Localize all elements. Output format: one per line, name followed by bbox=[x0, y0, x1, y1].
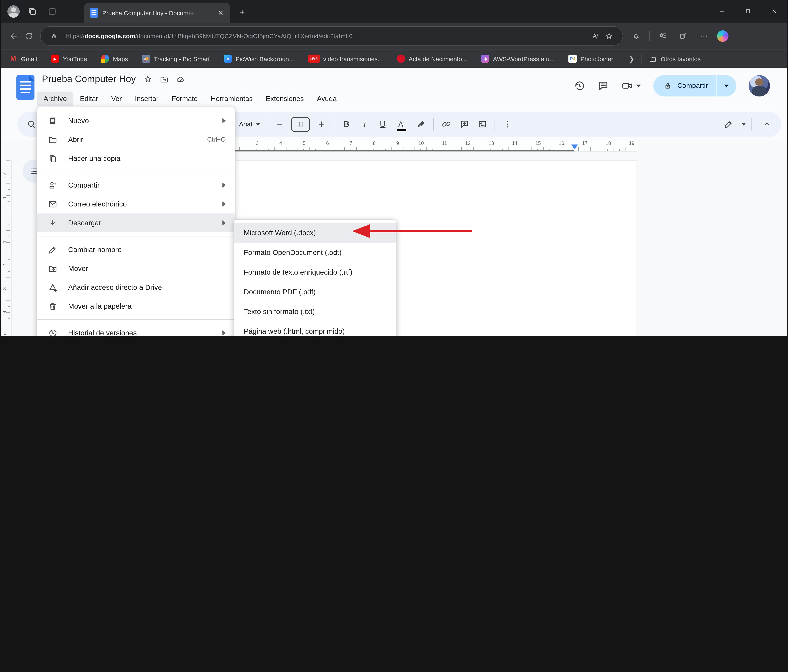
menu-item-label: Historial de versiones bbox=[68, 329, 217, 336]
menu-item-label: Abrir bbox=[68, 135, 199, 144]
insert-link-icon[interactable] bbox=[437, 115, 455, 133]
share-button[interactable]: Compartir bbox=[654, 75, 736, 97]
indent-marker[interactable] bbox=[571, 145, 578, 149]
bookmark-truck[interactable]: 🚚Tracking - Big Smart bbox=[142, 55, 210, 63]
highlight-color-icon[interactable] bbox=[412, 115, 431, 133]
share-label: Compartir bbox=[677, 82, 708, 90]
menubar-ayuda[interactable]: Ayuda bbox=[310, 92, 343, 106]
submenu-item-formato-opendocument-odt[interactable]: Formato OpenDocument (.odt) bbox=[234, 243, 396, 262]
menu-item-historial-de-versiones[interactable]: Historial de versiones bbox=[37, 324, 235, 336]
menu-item-correo-electronico[interactable]: Correo electrónico bbox=[37, 195, 235, 213]
submenu-item-pagina-web-html-comprimido[interactable]: Página web (.html, comprimido) bbox=[234, 321, 396, 336]
chevron-down-icon bbox=[256, 123, 261, 126]
menu-separator bbox=[37, 319, 235, 320]
menubar-ver[interactable]: Ver bbox=[105, 92, 128, 106]
text-color-icon[interactable]: A bbox=[392, 115, 410, 133]
favorite-star-icon[interactable] bbox=[602, 29, 616, 43]
menu-item-nuevo[interactable]: Nuevo bbox=[37, 111, 235, 130]
add-comment-icon[interactable] bbox=[455, 115, 473, 133]
share-options-caret[interactable] bbox=[717, 75, 736, 97]
new-tab-button[interactable]: + bbox=[235, 6, 249, 19]
minimize-button[interactable] bbox=[709, 0, 735, 22]
browser-tab[interactable]: Prueba Computer Hoy - Documen ✕ bbox=[84, 3, 230, 22]
menu-item-compartir[interactable]: Compartir bbox=[37, 176, 235, 195]
editing-mode-icon[interactable] bbox=[720, 115, 737, 133]
maximize-button[interactable] bbox=[735, 0, 761, 22]
copilot-icon[interactable] bbox=[717, 30, 729, 42]
bookmark-pj[interactable]: PJPhotoJoiner bbox=[569, 55, 613, 63]
ruler-number: 11 bbox=[442, 140, 447, 146]
tab-actions-icon[interactable] bbox=[45, 4, 59, 18]
menubar-herramientas[interactable]: Herramientas bbox=[204, 92, 259, 106]
comments-icon[interactable] bbox=[598, 80, 609, 92]
submenu-item-formato-de-texto-enriquecido-rtf[interactable]: Formato de texto enriquecido (.rtf) bbox=[234, 262, 396, 282]
menu-item-hacer-una-copia[interactable]: Hacer una copia bbox=[37, 149, 235, 168]
submenu-item-documento-pdf-pdf[interactable]: Documento PDF (.pdf) bbox=[234, 282, 396, 302]
menubar-archivo[interactable]: Archivo bbox=[37, 92, 73, 106]
cloud-status-icon[interactable] bbox=[176, 75, 185, 84]
tab-close-icon[interactable]: ✕ bbox=[216, 8, 226, 17]
meet-button[interactable] bbox=[621, 80, 641, 92]
more-menu-icon[interactable] bbox=[696, 29, 711, 43]
menu-item-label: Compartir bbox=[68, 181, 217, 189]
browser-essentials-icon[interactable] bbox=[629, 29, 643, 43]
version-history-icon[interactable] bbox=[574, 80, 585, 92]
more-options-icon[interactable] bbox=[499, 115, 516, 133]
address-bar[interactable]: https://docs.google.com/document/d/1rlBk… bbox=[40, 26, 623, 46]
other-favorites[interactable]: Otros favoritos bbox=[649, 55, 701, 63]
menubar-editar[interactable]: Editar bbox=[73, 92, 105, 106]
menu-item-mover-a-la-papelera[interactable]: Mover a la papelera bbox=[37, 297, 235, 316]
submenu-item-texto-sin-formato-txt[interactable]: Texto sin formato (.txt) bbox=[234, 302, 396, 321]
bookmark-live[interactable]: LIVEvideo transmisiones... bbox=[308, 55, 383, 63]
docs-logo[interactable] bbox=[16, 75, 35, 100]
font-dropdown[interactable]: Arial bbox=[239, 121, 252, 128]
read-aloud-icon[interactable] bbox=[588, 29, 602, 43]
share-icon[interactable] bbox=[676, 29, 691, 43]
increase-font-icon[interactable] bbox=[313, 115, 330, 133]
ruler-number: 7 bbox=[350, 140, 352, 146]
ruler-number: 16 bbox=[559, 140, 564, 146]
ruler-number: 1 bbox=[2, 194, 7, 201]
bookmark-picwish[interactable]: »PicWish Backgroun... bbox=[224, 55, 294, 63]
document-title[interactable]: Prueba Computer Hoy bbox=[42, 73, 136, 84]
refresh-icon[interactable] bbox=[21, 29, 36, 43]
bookmark-gmail[interactable]: MGmail bbox=[9, 55, 37, 63]
underline-icon[interactable]: U bbox=[374, 115, 392, 133]
close-button[interactable] bbox=[761, 0, 787, 22]
menu-item-cambiar-nombre[interactable]: Cambiar nombre bbox=[37, 240, 235, 259]
font-size-field[interactable]: 11 bbox=[291, 117, 310, 132]
bookmark-maps[interactable]: Maps bbox=[101, 55, 128, 63]
menu-item-label: Mover bbox=[68, 264, 226, 273]
bookmark-cube[interactable]: ◈AWS-WordPress a u... bbox=[481, 55, 554, 63]
workspaces-icon[interactable] bbox=[25, 4, 40, 18]
menu-item-abrir[interactable]: AbrirCtrl+O bbox=[37, 130, 235, 149]
bookmark-label: video transmisiones... bbox=[323, 55, 383, 62]
menu-item-descargar[interactable]: Descargar bbox=[37, 213, 235, 232]
lock-icon[interactable] bbox=[47, 29, 61, 43]
menubar-extensiones[interactable]: Extensiones bbox=[259, 92, 310, 106]
menubar-insertar[interactable]: Insertar bbox=[128, 92, 165, 106]
browser-profile-avatar[interactable] bbox=[7, 5, 20, 17]
ruler-number: 3 bbox=[2, 285, 7, 292]
star-document-icon[interactable] bbox=[143, 75, 152, 84]
bookmarks-overflow-icon[interactable]: ❯ bbox=[629, 55, 634, 63]
ruler-number: 5 bbox=[2, 332, 7, 336]
menubar-formato[interactable]: Formato bbox=[165, 92, 204, 106]
screen: Prueba Computer Hoy - Documen ✕ + https:… bbox=[0, 0, 788, 336]
bookmark-youtube[interactable]: ▶YouTube bbox=[51, 55, 87, 63]
bookmark-dot[interactable]: Acta de Nacimiento... bbox=[397, 55, 467, 63]
menu-item-anadir-acceso-directo-a-drive[interactable]: Añadir acceso directo a Drive bbox=[37, 278, 235, 297]
move-document-icon[interactable] bbox=[160, 75, 169, 84]
back-icon[interactable] bbox=[6, 29, 21, 43]
insert-image-icon[interactable] bbox=[473, 115, 491, 133]
bold-icon[interactable]: B bbox=[338, 115, 356, 133]
hide-menus-icon[interactable] bbox=[758, 115, 776, 133]
menu-item-label: Correo electrónico bbox=[68, 200, 217, 208]
user-avatar[interactable] bbox=[748, 75, 770, 97]
favorites-bar-icon[interactable] bbox=[655, 29, 670, 43]
submenu-item-microsoft-word-docx[interactable]: Microsoft Word (.docx) bbox=[234, 223, 396, 243]
menu-item-mover[interactable]: Mover bbox=[37, 259, 235, 278]
decrease-font-icon[interactable] bbox=[271, 115, 289, 133]
italic-icon[interactable]: I bbox=[356, 115, 374, 133]
chevron-down-icon bbox=[742, 123, 746, 126]
